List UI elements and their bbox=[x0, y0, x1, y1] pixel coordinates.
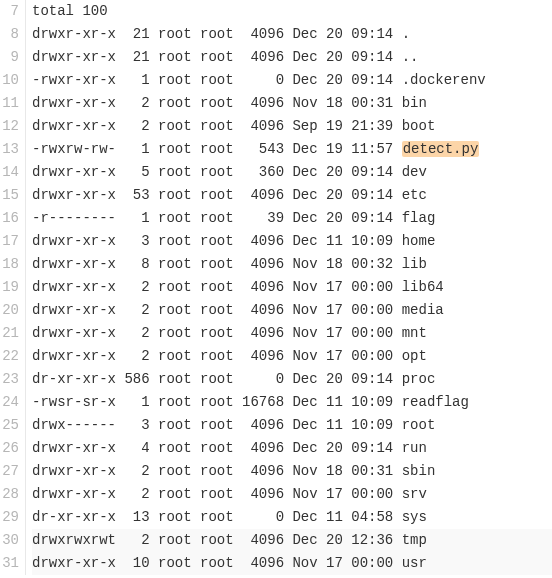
entry-meta: -rwxr-xr-x 1 root root 0 Dec 20 09:14 bbox=[32, 72, 402, 88]
entry-meta: drwxr-xr-x 2 root root 4096 Nov 17 00:00 bbox=[32, 348, 402, 364]
entry-name: srv bbox=[402, 486, 427, 502]
line-number: 15 bbox=[0, 184, 19, 207]
line-number: 30 bbox=[0, 529, 19, 552]
entry-name: flag bbox=[402, 210, 436, 226]
terminal-line: total 100 bbox=[32, 0, 552, 23]
terminal-line: drwxrwxrwt 2 root root 4096 Dec 20 12:36… bbox=[32, 529, 552, 552]
total-line: total 100 bbox=[32, 3, 108, 19]
line-number: 11 bbox=[0, 92, 19, 115]
line-number: 18 bbox=[0, 253, 19, 276]
terminal-line: drwxr-xr-x 21 root root 4096 Dec 20 09:1… bbox=[32, 23, 552, 46]
entry-name: mnt bbox=[402, 325, 427, 341]
terminal-line: drwxr-xr-x 2 root root 4096 Nov 18 00:31… bbox=[32, 92, 552, 115]
terminal-line: drwx------ 3 root root 4096 Dec 11 10:09… bbox=[32, 414, 552, 437]
entry-meta: drwxr-xr-x 2 root root 4096 Nov 18 00:31 bbox=[32, 95, 402, 111]
terminal-line: drwxr-xr-x 2 root root 4096 Sep 19 21:39… bbox=[32, 115, 552, 138]
terminal-line: drwxr-xr-x 2 root root 4096 Nov 18 00:31… bbox=[32, 460, 552, 483]
entry-name: detect.py bbox=[402, 141, 480, 157]
line-number: 23 bbox=[0, 368, 19, 391]
line-number: 20 bbox=[0, 299, 19, 322]
terminal-line: drwxr-xr-x 5 root root 360 Dec 20 09:14 … bbox=[32, 161, 552, 184]
line-number: 7 bbox=[0, 0, 19, 23]
entry-meta: drwx------ 3 root root 4096 Dec 11 10:09 bbox=[32, 417, 402, 433]
entry-name: proc bbox=[402, 371, 436, 387]
line-number: 24 bbox=[0, 391, 19, 414]
terminal-line: -rwxrw-rw- 1 root root 543 Dec 19 11:57 … bbox=[32, 138, 552, 161]
entry-name: bin bbox=[402, 95, 427, 111]
terminal-line: dr-xr-xr-x 586 root root 0 Dec 20 09:14 … bbox=[32, 368, 552, 391]
terminal-line: drwxr-xr-x 2 root root 4096 Nov 17 00:00… bbox=[32, 483, 552, 506]
entry-meta: drwxr-xr-x 2 root root 4096 Nov 17 00:00 bbox=[32, 486, 402, 502]
line-number: 25 bbox=[0, 414, 19, 437]
entry-meta: dr-xr-xr-x 13 root root 0 Dec 11 04:58 bbox=[32, 509, 402, 525]
entry-meta: -rwxrw-rw- 1 root root 543 Dec 19 11:57 bbox=[32, 141, 402, 157]
line-number: 9 bbox=[0, 46, 19, 69]
entry-name: dev bbox=[402, 164, 427, 180]
entry-name: home bbox=[402, 233, 436, 249]
entry-meta: drwxr-xr-x 2 root root 4096 Sep 19 21:39 bbox=[32, 118, 402, 134]
line-number: 29 bbox=[0, 506, 19, 529]
line-number: 27 bbox=[0, 460, 19, 483]
line-number: 12 bbox=[0, 115, 19, 138]
entry-meta: drwxr-xr-x 2 root root 4096 Nov 17 00:00 bbox=[32, 279, 402, 295]
line-number: 26 bbox=[0, 437, 19, 460]
terminal-line: drwxr-xr-x 21 root root 4096 Dec 20 09:1… bbox=[32, 46, 552, 69]
entry-name: tmp bbox=[402, 532, 427, 548]
entry-meta: -rwsr-sr-x 1 root root 16768 Dec 11 10:0… bbox=[32, 394, 402, 410]
terminal-line: dr-xr-xr-x 13 root root 0 Dec 11 04:58 s… bbox=[32, 506, 552, 529]
entry-meta: dr-xr-xr-x 586 root root 0 Dec 20 09:14 bbox=[32, 371, 402, 387]
entry-name: opt bbox=[402, 348, 427, 364]
terminal-line: drwxr-xr-x 2 root root 4096 Nov 17 00:00… bbox=[32, 345, 552, 368]
entry-name: sbin bbox=[402, 463, 436, 479]
entry-name: run bbox=[402, 440, 427, 456]
line-number: 22 bbox=[0, 345, 19, 368]
entry-name: sys bbox=[402, 509, 427, 525]
entry-name: usr bbox=[402, 555, 427, 571]
entry-name: root bbox=[402, 417, 436, 433]
entry-name: . bbox=[402, 26, 410, 42]
terminal-line: drwxr-xr-x 2 root root 4096 Nov 17 00:00… bbox=[32, 299, 552, 322]
line-number: 14 bbox=[0, 161, 19, 184]
entry-name: media bbox=[402, 302, 444, 318]
entry-name: readflag bbox=[402, 394, 469, 410]
line-number: 13 bbox=[0, 138, 19, 161]
entry-meta: drwxr-xr-x 2 root root 4096 Nov 17 00:00 bbox=[32, 302, 402, 318]
entry-meta: drwxrwxrwt 2 root root 4096 Dec 20 12:36 bbox=[32, 532, 402, 548]
terminal-line: drwxr-xr-x 3 root root 4096 Dec 11 10:09… bbox=[32, 230, 552, 253]
line-number: 28 bbox=[0, 483, 19, 506]
code-area: total 100drwxr-xr-x 21 root root 4096 De… bbox=[26, 0, 552, 575]
terminal-line: drwxr-xr-x 2 root root 4096 Nov 17 00:00… bbox=[32, 276, 552, 299]
entry-name: .. bbox=[402, 49, 419, 65]
entry-meta: drwxr-xr-x 8 root root 4096 Nov 18 00:32 bbox=[32, 256, 402, 272]
entry-meta: -r-------- 1 root root 39 Dec 20 09:14 bbox=[32, 210, 402, 226]
entry-meta: drwxr-xr-x 2 root root 4096 Nov 18 00:31 bbox=[32, 463, 402, 479]
entry-meta: drwxr-xr-x 10 root root 4096 Nov 17 00:0… bbox=[32, 555, 402, 571]
terminal-line: drwxr-xr-x 53 root root 4096 Dec 20 09:1… bbox=[32, 184, 552, 207]
entry-meta: drwxr-xr-x 4 root root 4096 Dec 20 09:14 bbox=[32, 440, 402, 456]
entry-name: etc bbox=[402, 187, 427, 203]
terminal-line: -rwxr-xr-x 1 root root 0 Dec 20 09:14 .d… bbox=[32, 69, 552, 92]
line-number: 16 bbox=[0, 207, 19, 230]
entry-meta: drwxr-xr-x 5 root root 360 Dec 20 09:14 bbox=[32, 164, 402, 180]
line-number: 31 bbox=[0, 552, 19, 575]
line-number-gutter: 7891011121314151617181920212223242526272… bbox=[0, 0, 26, 575]
entry-name: lib64 bbox=[402, 279, 444, 295]
entry-name: lib bbox=[402, 256, 427, 272]
entry-meta: drwxr-xr-x 21 root root 4096 Dec 20 09:1… bbox=[32, 49, 402, 65]
line-number: 8 bbox=[0, 23, 19, 46]
line-number: 19 bbox=[0, 276, 19, 299]
terminal-line: drwxr-xr-x 4 root root 4096 Dec 20 09:14… bbox=[32, 437, 552, 460]
entry-meta: drwxr-xr-x 21 root root 4096 Dec 20 09:1… bbox=[32, 26, 402, 42]
terminal-line: drwxr-xr-x 10 root root 4096 Nov 17 00:0… bbox=[32, 552, 552, 575]
terminal-line: drwxr-xr-x 2 root root 4096 Nov 17 00:00… bbox=[32, 322, 552, 345]
entry-meta: drwxr-xr-x 3 root root 4096 Dec 11 10:09 bbox=[32, 233, 402, 249]
line-number: 17 bbox=[0, 230, 19, 253]
terminal-line: -r-------- 1 root root 39 Dec 20 09:14 f… bbox=[32, 207, 552, 230]
entry-meta: drwxr-xr-x 53 root root 4096 Dec 20 09:1… bbox=[32, 187, 402, 203]
entry-meta: drwxr-xr-x 2 root root 4096 Nov 17 00:00 bbox=[32, 325, 402, 341]
entry-name: boot bbox=[402, 118, 436, 134]
line-number: 10 bbox=[0, 69, 19, 92]
entry-name: .dockerenv bbox=[402, 72, 486, 88]
line-number: 21 bbox=[0, 322, 19, 345]
terminal-line: -rwsr-sr-x 1 root root 16768 Dec 11 10:0… bbox=[32, 391, 552, 414]
